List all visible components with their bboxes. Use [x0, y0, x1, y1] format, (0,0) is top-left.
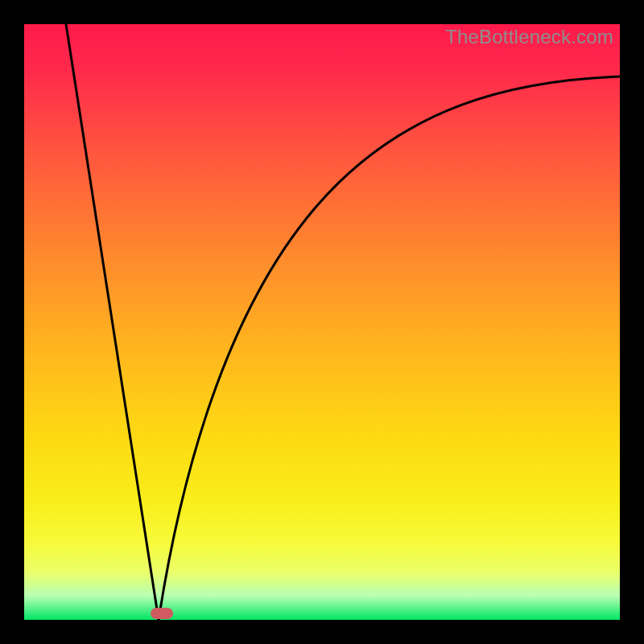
plot-area: TheBottleneck.com — [24, 24, 620, 620]
bottleneck-curve — [24, 24, 620, 620]
curve-right-branch — [159, 76, 620, 620]
minimum-marker — [151, 608, 173, 619]
watermark-text: TheBottleneck.com — [445, 26, 613, 48]
curve-left-branch — [66, 24, 159, 620]
